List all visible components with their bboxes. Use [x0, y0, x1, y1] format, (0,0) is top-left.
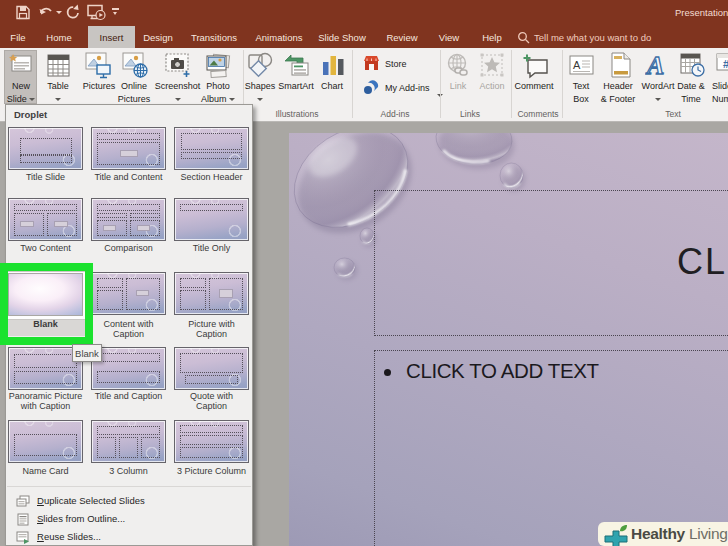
svg-text:A: A — [645, 52, 664, 79]
svg-text:#: # — [723, 58, 728, 70]
svg-text:A: A — [573, 59, 581, 71]
